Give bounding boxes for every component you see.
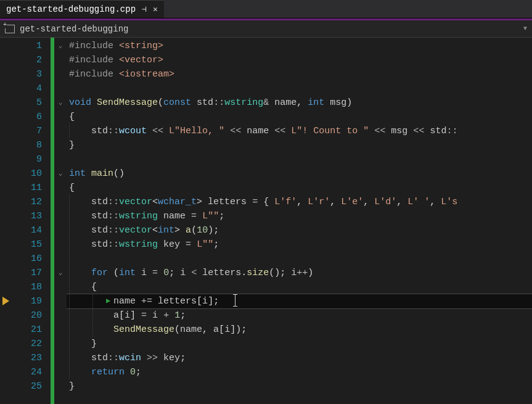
pin-icon[interactable]: ⊣ <box>142 4 147 14</box>
line-number: 3 <box>14 67 42 81</box>
code-line[interactable]: { <box>67 110 532 124</box>
fold-gutter[interactable]: ⌄ ⌄ ⌄ ⌄ <box>54 38 67 404</box>
tab-filename: get-started-debugging.cpp <box>6 4 136 14</box>
line-number: 15 <box>14 237 42 252</box>
fold-toggle <box>54 152 67 167</box>
code-line[interactable]: std::wstring key = L""; <box>67 237 532 252</box>
code-line[interactable] <box>67 81 532 96</box>
fold-toggle <box>54 237 67 252</box>
code-line[interactable]: #include <iostream> <box>67 67 532 81</box>
line-number: 1 <box>14 39 42 53</box>
code-line[interactable]: } <box>67 138 532 152</box>
code-line[interactable]: std::vector<int> a(10); <box>67 223 532 237</box>
line-number: 20 <box>14 308 42 323</box>
fold-toggle <box>54 308 67 323</box>
step-into-icon[interactable]: ▶ <box>106 294 110 308</box>
fold-toggle <box>54 323 67 337</box>
line-number: 19 <box>14 294 42 308</box>
fold-toggle <box>54 379 67 394</box>
fold-toggle <box>54 110 67 124</box>
code-line[interactable] <box>67 152 532 167</box>
line-number: 25 <box>14 379 42 394</box>
fold-toggle <box>54 294 67 308</box>
line-number: 9 <box>14 152 42 167</box>
line-number: 4 <box>14 81 42 96</box>
line-number: 12 <box>14 195 42 209</box>
line-number: 18 <box>14 280 42 294</box>
line-number: 6 <box>14 110 42 124</box>
code-line[interactable] <box>67 252 532 266</box>
line-number: 7 <box>14 124 42 138</box>
line-number: 22 <box>14 337 42 351</box>
line-number-gutter[interactable]: 1234567891011121314151617181920212223242… <box>14 38 51 404</box>
code-line[interactable]: { <box>67 280 532 294</box>
code-line[interactable]: std::wstring name = L""; <box>67 209 532 223</box>
code-line[interactable]: } <box>67 379 532 394</box>
code-line[interactable]: for (int i = 0; i < letters.size(); i++) <box>67 266 532 280</box>
code-line[interactable]: ▶ name += letters[i]; <box>67 294 532 308</box>
line-number: 2 <box>14 53 42 67</box>
current-statement-arrow-icon <box>2 297 9 305</box>
fold-toggle <box>54 138 67 152</box>
code-line[interactable]: #include <string> <box>67 39 532 53</box>
code-line[interactable]: { <box>67 181 532 195</box>
code-line[interactable]: a[i] = i + 1; <box>67 308 532 323</box>
text-cursor <box>235 295 235 306</box>
code-line[interactable]: SendMessage(name, a[i]); <box>67 323 532 337</box>
line-number: 10 <box>14 167 42 181</box>
line-number: 8 <box>14 138 42 152</box>
code-line[interactable]: #include <vector> <box>67 53 532 67</box>
fold-toggle <box>54 223 67 237</box>
code-line[interactable]: std::wcout << L"Hello, " << name << L"! … <box>67 124 532 138</box>
fold-toggle <box>54 53 67 67</box>
fold-toggle <box>54 280 67 294</box>
line-number: 5 <box>14 96 42 110</box>
fold-toggle <box>54 365 67 379</box>
fold-toggle[interactable]: ⌄ <box>54 96 67 110</box>
fold-toggle <box>54 337 67 351</box>
code-area[interactable]: #include <string>#include <vector>#inclu… <box>67 38 532 404</box>
fold-toggle[interactable]: ⌄ <box>54 39 67 53</box>
scope-name: get-started-debugging <box>20 24 128 34</box>
code-line[interactable]: std::vector<wchar_t> letters = { L'f', L… <box>67 195 532 209</box>
code-line[interactable]: void SendMessage(const std::wstring& nam… <box>67 96 532 110</box>
line-number: 11 <box>14 181 42 195</box>
code-line[interactable]: std::wcin >> key; <box>67 351 532 365</box>
line-number: 17 <box>14 266 42 280</box>
fold-toggle <box>54 252 67 266</box>
chevron-down-icon[interactable]: ▼ <box>523 25 527 32</box>
fold-toggle <box>54 124 67 138</box>
glyph-margin[interactable] <box>0 38 14 404</box>
navigation-bar[interactable]: get-started-debugging ▼ <box>0 20 532 38</box>
close-icon[interactable]: ✕ <box>153 4 158 14</box>
code-line[interactable]: } <box>67 337 532 351</box>
code-line[interactable]: return 0; <box>67 365 532 379</box>
file-tab[interactable]: get-started-debugging.cpp ⊣ ✕ <box>0 0 164 18</box>
fold-toggle <box>54 81 67 96</box>
line-number: 23 <box>14 351 42 365</box>
fold-toggle <box>54 351 67 365</box>
line-number: 16 <box>14 252 42 266</box>
line-number: 14 <box>14 223 42 237</box>
tab-bar: get-started-debugging.cpp ⊣ ✕ <box>0 0 532 19</box>
line-number: 21 <box>14 323 42 337</box>
line-number: 13 <box>14 209 42 223</box>
code-editor[interactable]: 1234567891011121314151617181920212223242… <box>0 38 532 404</box>
code-line[interactable]: int main() <box>67 167 532 181</box>
fold-toggle <box>54 209 67 223</box>
fold-toggle <box>54 195 67 209</box>
scope-icon <box>5 25 15 33</box>
fold-toggle[interactable]: ⌄ <box>54 266 67 280</box>
fold-toggle[interactable]: ⌄ <box>54 167 67 181</box>
line-number: 24 <box>14 365 42 379</box>
fold-toggle <box>54 67 67 81</box>
fold-toggle <box>54 181 67 195</box>
